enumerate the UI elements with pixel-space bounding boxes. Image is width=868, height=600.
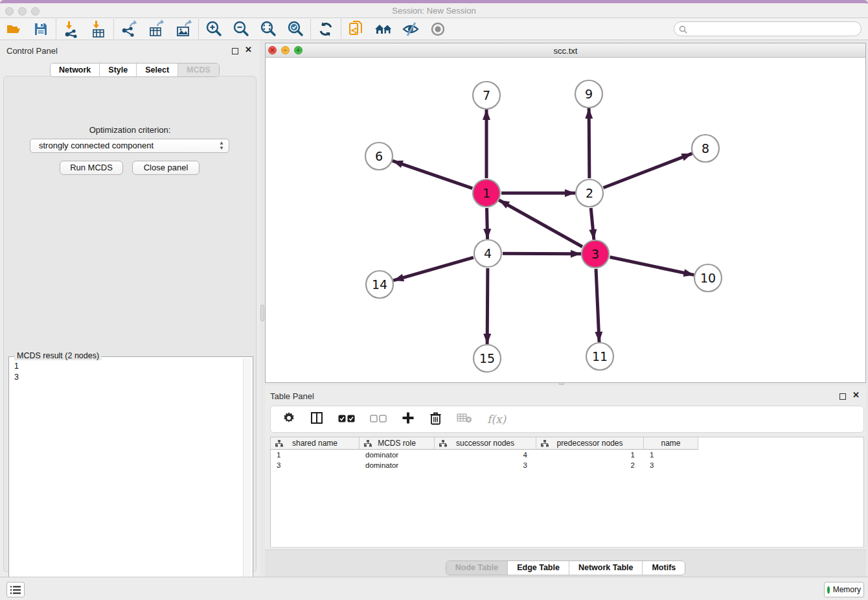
export-network-icon[interactable] [115,19,143,39]
graph-edge-2-9[interactable] [589,108,589,178]
graph-node-2[interactable]: 2 [576,179,603,207]
graph-edge-1-4[interactable] [486,208,487,239]
cell-shared-name[interactable]: 3 [271,460,360,470]
table-panel-title: Table Panel [270,391,314,401]
splitter-vertical-grip[interactable] [260,305,264,321]
graph-node-14[interactable]: 14 [366,271,393,298]
column-header-MCDS-role[interactable]: MCDS role [360,437,435,450]
import-network-icon[interactable] [58,19,85,39]
graph-node-7[interactable]: 7 [473,82,500,109]
hide-eye-icon[interactable] [397,19,424,39]
cell-MCDS-role[interactable]: dominator [360,460,435,470]
graph-node-3[interactable]: 3 [582,240,609,268]
graph-edge-4-15[interactable] [487,268,488,344]
dropdown-stepper-icon: ▲▼ [219,141,224,151]
cell-name[interactable]: 3 [644,460,698,470]
graph-edge-3-1[interactable] [499,200,582,247]
network-window-titlebar[interactable]: ✕ − + scc.txt [266,43,865,58]
graph-node-1[interactable]: 1 [473,179,500,207]
graph-node-8[interactable]: 8 [692,135,719,162]
close-panel-button[interactable]: Close panel [132,161,200,175]
tab-network-table[interactable]: Network Table [569,561,643,575]
toolbar-separator [113,19,114,39]
close-table-panel-icon[interactable]: ✕ [852,391,860,399]
graph-edge-2-8[interactable] [603,154,692,188]
cell-predecessor-nodes[interactable]: 2 [536,460,644,470]
graph-node-11[interactable]: 11 [586,343,613,370]
optimization-criterion-label: Optimization criterion: [4,125,256,135]
graph-edge-3-10[interactable] [610,257,694,275]
graph-edge-4-3[interactable] [503,253,581,254]
graph-node-label: 3 [591,247,599,261]
column-label: name [661,439,680,448]
save-session-icon[interactable] [27,19,54,39]
zoom-fit-icon[interactable] [255,19,282,39]
cell-successor-nodes[interactable]: 4 [435,450,536,460]
column-header-shared-name[interactable]: shared name [271,437,360,450]
mcds-result-text[interactable]: 13 [10,360,242,599]
network-canvas-svg[interactable]: 1234678910111415 [266,58,865,382]
criterion-dropdown[interactable]: strongly connected component ▲▼ [30,139,229,153]
clone-network-icon[interactable] [343,19,370,39]
graph-node-4[interactable]: 4 [474,240,501,267]
close-panel-icon[interactable]: ✕ [245,45,252,54]
column-header-name[interactable]: name [644,437,698,450]
cell-successor-nodes[interactable]: 3 [435,460,536,470]
graph-node-label: 9 [585,87,593,101]
export-image-icon[interactable] [170,19,197,39]
memory-label: Memory [833,585,861,594]
graph-node-6[interactable]: 6 [365,143,393,170]
column-header-predecessor-nodes[interactable]: predecessor nodes [536,437,644,450]
checked-boxes-icon[interactable] [338,413,355,425]
tab-network[interactable]: Network [51,63,99,76]
tab-mcds: MCDS [177,63,219,76]
cell-name[interactable]: 1 [644,450,698,460]
zoom-in-icon[interactable] [200,19,227,39]
refresh-layout-icon[interactable] [312,19,339,39]
cell-MCDS-role[interactable]: dominator [360,450,435,460]
table-row[interactable]: 1dominator411 [271,450,698,460]
run-mcds-button[interactable]: Run MCDS [60,161,123,175]
show-eye-icon[interactable] [424,19,451,39]
memory-button[interactable]: Memory [824,582,864,597]
mcds-result-scrollbar[interactable] [243,358,251,599]
column-header-successor-nodes[interactable]: successor nodes [435,437,536,450]
search-input[interactable] [674,21,862,36]
tab-select[interactable]: Select [136,63,177,76]
import-table-icon[interactable] [85,19,112,39]
unchecked-boxes-icon[interactable] [370,413,387,425]
houses-icon[interactable] [370,19,397,39]
graph-node-15[interactable]: 15 [474,345,501,372]
graph-node-9[interactable]: 9 [575,80,602,108]
cell-predecessor-nodes[interactable]: 1 [536,450,644,460]
open-file-icon[interactable] [0,19,27,39]
column-tree-icon [541,440,549,447]
cell-shared-name[interactable]: 1 [271,450,360,460]
plus-icon[interactable] [402,411,415,427]
task-history-button[interactable] [6,582,25,597]
tab-style[interactable]: Style [99,63,136,76]
toolbar-separator [56,19,56,39]
toolbar-separator [341,19,341,39]
trash-icon[interactable] [429,411,442,428]
zoom-out-icon[interactable] [227,19,255,39]
graph-edge-4-14[interactable] [393,257,474,281]
float-table-panel-icon[interactable] [839,393,846,400]
graph-node-10[interactable]: 10 [694,264,722,292]
column-label: successor nodes [456,439,514,448]
table-row[interactable]: 3dominator323 [271,460,698,470]
graph-node-label: 14 [372,277,387,292]
network-window-title: scc.txt [266,46,865,56]
graph-edge-1-6[interactable] [393,161,472,188]
tab-edge-table[interactable]: Edge Table [507,561,569,575]
toolbar-separator [198,19,199,39]
tab-motifs[interactable]: Motifs [642,561,685,575]
export-table-icon[interactable] [143,19,170,39]
graph-edge-3-11[interactable] [596,269,599,342]
split-columns-icon[interactable] [310,411,323,427]
zoom-selected-icon[interactable] [282,19,309,39]
column-label: shared name [292,439,337,448]
graph-edge-2-3[interactable] [591,208,594,240]
gear-icon[interactable] [282,411,295,427]
float-panel-icon[interactable] [232,48,238,54]
